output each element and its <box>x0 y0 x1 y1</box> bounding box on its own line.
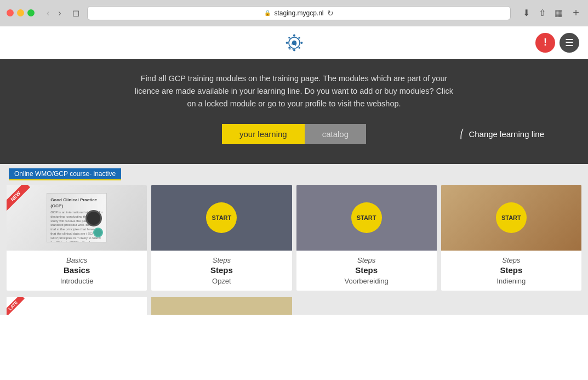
svg-text:my: my <box>292 42 297 46</box>
back-button[interactable]: ‹ <box>43 7 53 19</box>
module-card[interactable]: START Steps Steps Opzet <box>151 185 292 291</box>
top-nav: my gcp ! ☰ <box>0 26 588 59</box>
svg-point-7 <box>298 37 300 38</box>
course-label: Online WMO/GCP course- inactive <box>9 168 121 180</box>
change-learning-line-button[interactable]: ⎛ Change learning line <box>460 129 544 139</box>
share-button[interactable]: ⇧ <box>535 7 549 19</box>
module-title: Steps <box>158 265 285 275</box>
svg-point-4 <box>286 41 288 43</box>
start-label: START <box>501 214 521 221</box>
svg-text:gcp: gcp <box>289 46 294 49</box>
menu-button[interactable]: ☰ <box>560 33 579 53</box>
svg-point-2 <box>293 34 295 36</box>
alert-icon: ! <box>544 37 547 48</box>
svg-point-6 <box>288 37 290 38</box>
start-label: START <box>357 214 376 221</box>
svg-point-9 <box>298 47 300 48</box>
maximize-button[interactable] <box>27 9 35 16</box>
browser-chrome: ‹ › ◻ 🔒 staging.mygcp.nl ↻ ⬇ ⇧ ▦ + <box>0 0 588 26</box>
module-subtitle: Indiening <box>448 277 575 285</box>
minimize-button[interactable] <box>17 9 24 16</box>
bottom-card-3 <box>296 297 437 315</box>
your-learning-tab[interactable]: your learning <box>222 124 305 144</box>
module-card[interactable]: START Steps Steps Indiening <box>441 185 581 291</box>
change-icon: ⎛ <box>460 129 464 139</box>
lock-icon: 🔒 <box>264 10 271 16</box>
module-image-indiening: START <box>441 185 581 251</box>
menu-icon: ☰ <box>565 37 574 49</box>
module-info-opzet: Steps Steps Opzet <box>151 251 292 291</box>
browser-actions: ⬇ ⇧ ▦ <box>520 7 566 19</box>
modules-grid: Good Clinical Practice (GCP) GCP is an i… <box>0 183 588 293</box>
alert-button[interactable]: ! <box>535 33 555 53</box>
logo-icon: my gcp <box>281 29 308 56</box>
nav-arrows: ‹ › <box>43 7 65 19</box>
module-info-indiening: Steps Steps Indiening <box>441 251 581 291</box>
description-text: Find all GCP training modules on the tra… <box>130 72 459 111</box>
bottom-card-2 <box>151 297 292 315</box>
bottom-card-1: LATE <box>7 297 147 315</box>
bottom-card-4 <box>441 297 581 315</box>
module-image-opzet: START <box>151 185 292 251</box>
late-badge: LATE <box>7 297 25 315</box>
start-button-opzet[interactable]: START <box>206 202 237 233</box>
book-title: Good Clinical Practice (GCP) <box>50 197 103 209</box>
module-info-basics: Basics Basics Introductie <box>7 251 147 291</box>
module-card[interactable]: START Steps Steps Voorbereiding <box>296 185 437 291</box>
start-button-indiening[interactable]: START <box>496 202 527 233</box>
tabs-container: your learning catalog ⎛ Change learning … <box>11 124 577 144</box>
nav-right-icons: ! ☰ <box>535 33 579 53</box>
catalog-tab[interactable]: catalog <box>305 124 366 144</box>
green-cap <box>93 228 103 237</box>
forward-button[interactable]: › <box>55 7 64 19</box>
module-title: Basics <box>13 265 140 275</box>
module-subtitle: Opzet <box>158 277 285 285</box>
tabs-button[interactable]: ▦ <box>551 7 566 19</box>
course-section: Online WMO/GCP course- inactive Good Cli… <box>0 164 588 315</box>
module-type: Steps <box>448 256 575 264</box>
module-subtitle: Introductie <box>13 277 140 285</box>
module-info-voorbereiding: Steps Steps Voorbereiding <box>296 251 437 291</box>
add-tab-button[interactable]: + <box>570 7 581 19</box>
logo: my gcp <box>281 29 308 56</box>
module-type: Steps <box>303 256 430 264</box>
new-badge <box>7 185 39 218</box>
traffic-lights <box>7 9 35 16</box>
module-type: Steps <box>158 256 285 264</box>
change-learning-label: Change learning line <box>469 129 544 139</box>
module-type: Basics <box>13 256 140 264</box>
lens-icon <box>85 210 102 226</box>
start-button-voorbereiding[interactable]: START <box>351 202 382 233</box>
module-subtitle: Voorbereiding <box>303 277 430 285</box>
page: my gcp ! ☰ Find all GCP training modules… <box>0 26 588 380</box>
module-image-voorbereiding: START <box>296 185 437 251</box>
module-card[interactable]: Good Clinical Practice (GCP) GCP is an i… <box>7 185 147 291</box>
window-mode-button[interactable]: ◻ <box>69 7 83 19</box>
module-title: Steps <box>303 265 430 275</box>
svg-point-5 <box>300 41 302 43</box>
close-button[interactable] <box>7 9 14 16</box>
start-label: START <box>212 214 231 221</box>
module-title: Steps <box>448 265 575 275</box>
address-bar[interactable]: 🔒 staging.mygcp.nl ↻ <box>87 6 511 20</box>
module-image-basics: Good Clinical Practice (GCP) GCP is an i… <box>7 185 147 251</box>
url-text: staging.mygcp.nl <box>274 9 323 17</box>
dark-section: Find all GCP training modules on the tra… <box>0 59 588 164</box>
download-button[interactable]: ⬇ <box>520 7 533 19</box>
refresh-button[interactable]: ↻ <box>327 9 334 18</box>
